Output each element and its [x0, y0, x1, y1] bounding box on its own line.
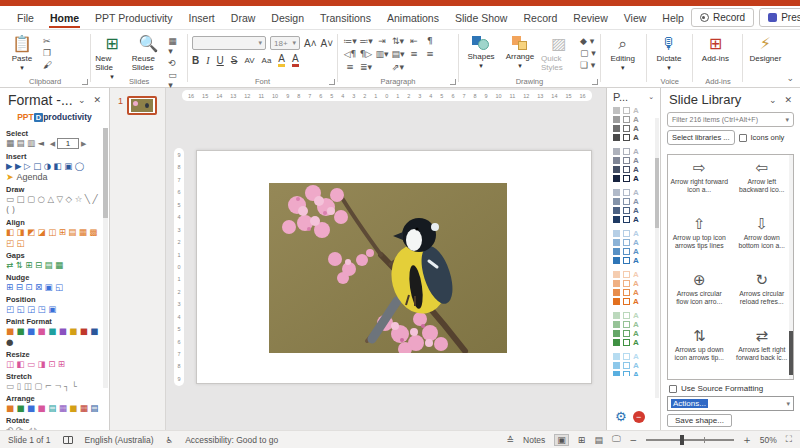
align-tool-icon[interactable]: ⊞ — [59, 227, 66, 237]
resize-tool-icon[interactable]: ◨ — [38, 359, 46, 369]
menu-help[interactable]: Help — [655, 8, 691, 28]
library-item[interactable]: ∴Blockchain icon cryptocurrenc... — [731, 379, 794, 380]
position-tool-icon[interactable]: ◰ — [6, 304, 14, 314]
slide-thumbnail[interactable] — [127, 96, 157, 115]
accessibility-label[interactable]: Accessibility: Good to go — [185, 435, 278, 445]
gaps-tool-icon[interactable]: ⇄ — [6, 260, 13, 270]
font-size-combobox[interactable]: 18+▾ — [270, 36, 300, 50]
align-tool-icon[interactable]: ◩ — [27, 227, 35, 237]
library-item[interactable]: ⇨Arrow right forward icon a... — [668, 155, 731, 211]
draw-tool-icon[interactable]: △ — [48, 194, 55, 204]
menu-review[interactable]: Review — [566, 8, 614, 28]
ltr-button[interactable]: ◁¶ — [342, 49, 358, 62]
slide-sorter-view-button[interactable]: ⊞ — [578, 435, 586, 445]
increase-font-icon[interactable]: A˄ — [304, 38, 317, 49]
insert-tool-icon[interactable]: ▣ — [64, 161, 72, 171]
menu-animations[interactable]: Animations — [380, 8, 446, 28]
slide-canvas[interactable] — [196, 150, 592, 384]
indent-more-button[interactable]: ⇥ — [374, 36, 390, 49]
reading-view-button[interactable]: ▤ — [594, 435, 603, 445]
stretch-tool-icon[interactable]: ▯ — [17, 381, 22, 391]
arrange-tool-icon[interactable]: ▦ — [59, 403, 67, 413]
change-case-button[interactable]: Aa — [262, 56, 272, 65]
insert-tool-icon[interactable]: ▶ — [6, 161, 13, 171]
zoom-in-button[interactable]: + — [743, 435, 751, 445]
editing-button[interactable]: ⌕ Editing ▾ — [605, 33, 641, 72]
zoom-level-label[interactable]: 50% — [760, 435, 777, 445]
quick-styles-button[interactable]: ▨ Quick Styles — [541, 33, 577, 72]
font-name-combobox[interactable]: ▾ — [192, 36, 266, 50]
align-right-button[interactable]: ≡ — [342, 62, 358, 75]
character-spacing-button[interactable]: AV — [244, 56, 254, 65]
insert-tool-icon[interactable]: ▷ — [24, 161, 31, 171]
arrange-tool-icon[interactable]: ■ — [69, 403, 77, 413]
draw-tool-icon[interactable]: ○ — [38, 194, 45, 204]
format-painter-icon[interactable]: 🖌 — [43, 60, 52, 70]
menu-insert[interactable]: Insert — [182, 8, 222, 28]
italic-button[interactable]: I — [206, 55, 209, 66]
library-item[interactable]: ⇅Arrows up down icon arrows tip... — [668, 323, 731, 379]
library-item[interactable]: ⇧Arrow up top icon arrows tips lines — [668, 211, 731, 267]
rtl-button[interactable]: ¶▷ — [358, 49, 374, 62]
stretch-tool-icon[interactable]: ┐ — [64, 381, 69, 391]
format-pane-scrollbar[interactable] — [103, 128, 108, 388]
clipboard-dialog-launcher[interactable] — [82, 79, 88, 85]
vertical-ruler[interactable]: 9876543210123456789 — [174, 148, 184, 386]
arrange-tool-icon[interactable]: ▤ — [90, 403, 98, 413]
insert-tool-icon[interactable]: □ — [33, 161, 41, 171]
library-scrollbar[interactable] — [789, 155, 793, 379]
chevron-down-icon[interactable]: ⌄ — [648, 93, 654, 101]
library-item[interactable]: ⇩Arrow down bottom icon a... — [731, 211, 794, 267]
nudge-tool-icon[interactable]: ⊟ — [16, 282, 23, 292]
designer-button[interactable]: ⚡ Designer — [747, 33, 783, 63]
paste-button[interactable]: 📋 Paste ▾ — [4, 33, 40, 72]
slide-image[interactable] — [269, 183, 507, 353]
reset-slide-icon[interactable]: ⟲ — [168, 58, 183, 68]
reuse-slides-button[interactable]: 🔍 Reuse Slides — [132, 33, 166, 72]
paint-format-tool-icon[interactable]: ■ — [17, 326, 25, 336]
gaps-tool-icon[interactable]: ⊞ — [25, 260, 32, 270]
addins-button[interactable]: ⊞ Add-ins — [697, 33, 733, 63]
paragraph-dialog-launcher[interactable] — [450, 79, 456, 85]
justify-button[interactable]: ≣▾ — [358, 62, 374, 75]
secondary-pane-scrollbar[interactable] — [655, 118, 659, 398]
align-tool-icon[interactable]: ▦ — [79, 227, 87, 237]
shape-effects-icon[interactable]: ❏ ▾ — [580, 60, 596, 70]
present-in-teams-button[interactable]: Present in Teams — [759, 8, 800, 27]
theme-swatch-group[interactable]: AAAA — [613, 147, 656, 183]
align-tool-icon[interactable]: ◨ — [17, 227, 25, 237]
gaps-tool-icon[interactable]: ▤ — [45, 260, 53, 270]
menu-home[interactable]: Home — [43, 8, 86, 28]
position-tool-icon[interactable]: ▣ — [48, 304, 56, 314]
library-filter-input[interactable]: Filter 216 items (Ctrl+Alt+F) ▾ — [667, 112, 794, 127]
dictate-button[interactable]: 🎙 Dictate ▾ — [651, 33, 687, 72]
nudge-tool-icon[interactable]: ◱ — [55, 282, 63, 292]
library-item[interactable]: ↻Arrows circular reload refres... — [731, 267, 794, 323]
menu-record[interactable]: Record — [516, 8, 564, 28]
menu-draw[interactable]: Draw — [224, 8, 263, 28]
menu-design[interactable]: Design — [264, 8, 311, 28]
gaps-tool-icon[interactable]: ▦ — [55, 260, 63, 270]
arrange-tool-icon[interactable]: ■ — [6, 403, 14, 413]
library-item[interactable]: ⒷBitcoin icon blockchain c... — [668, 379, 731, 380]
align-tool-icon[interactable]: ◱ — [17, 238, 25, 248]
arrange-tool-icon[interactable]: ■ — [27, 403, 35, 413]
paint-format-tool-icon[interactable]: ● — [6, 337, 13, 347]
resize-tool-icon[interactable]: ▭ — [27, 359, 35, 369]
draw-tool-icon[interactable]: ▭ — [6, 194, 14, 204]
font-dialog-launcher[interactable] — [329, 79, 335, 85]
select-number-stepper[interactable]: ◀1▶ — [50, 138, 87, 149]
paint-format-tool-icon[interactable]: ■ — [48, 326, 56, 336]
draw-tool-icon[interactable]: ▽ — [57, 194, 64, 204]
stretch-tool-icon[interactable]: ▢ — [34, 381, 42, 391]
paint-format-tool-icon[interactable]: ■ — [59, 326, 67, 336]
text-direction-button[interactable]: ¶ — [422, 36, 438, 49]
slideshow-button[interactable]: 🖵 — [612, 434, 621, 445]
menu-transitions[interactable]: Transitions — [313, 8, 378, 28]
menu-ppt-productivity[interactable]: PPT Productivity — [88, 8, 179, 28]
theme-swatch-group[interactable]: AAAA — [613, 311, 656, 347]
gaps-tool-icon[interactable]: ⊟ — [35, 260, 42, 270]
normal-view-button[interactable]: ▣ — [554, 434, 569, 446]
arrange-tool-icon[interactable]: ■ — [17, 403, 25, 413]
cut-icon[interactable]: ✂ — [43, 36, 52, 46]
